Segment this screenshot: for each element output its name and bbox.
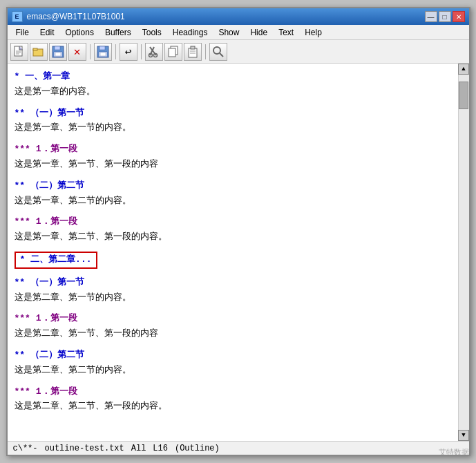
text-line: *** 1．第一段 [15, 312, 451, 326]
save-button[interactable] [49, 43, 67, 61]
svg-rect-21 [191, 46, 195, 49]
text-line: ** （一）第一节 [15, 276, 451, 290]
menu-hide[interactable]: Hide [245, 26, 273, 39]
paste-button[interactable] [184, 43, 202, 61]
text-line [15, 100, 451, 106]
text-line [15, 379, 451, 384]
status-bar: c\**- outline-test.txt All L16 (Outline) [8, 441, 469, 455]
content-area[interactable]: * 一、第一章这是第一章的内容。 ** （一）第一节这是第一章、第一节的内容。 … [8, 64, 458, 441]
scroll-down-button[interactable]: ▼ [458, 430, 469, 441]
menu-headings[interactable]: Headings [167, 26, 213, 39]
text-line: ** （二）第二节 [15, 179, 451, 193]
watermark: 艾特数据 [439, 447, 469, 457]
separator-2 [115, 44, 116, 59]
scroll-up-button[interactable]: ▲ [458, 64, 469, 75]
svg-rect-7 [55, 46, 60, 50]
text-line [15, 136, 451, 142]
editor-area: * 一、第一章这是第一章的内容。 ** （一）第一节这是第一章、第一节的内容。 … [8, 64, 469, 441]
status-mode: c\**- [13, 444, 38, 453]
status-extra: (Outline) [175, 444, 220, 453]
text-line: ** （一）第一节 [15, 106, 451, 121]
text-line: 这是第一章、第二节、第一段的内容。 [15, 230, 451, 245]
svg-rect-9 [55, 53, 61, 56]
text-line: * 二、第二章... [15, 252, 451, 269]
status-position: L16 [153, 444, 168, 453]
app-icon: E [12, 11, 23, 22]
main-window: E emacs@WB1T1L07B1001 — □ ✕ File Edit Op… [6, 7, 470, 456]
separator-3 [141, 44, 142, 59]
text-line: *** 1．第一段 [15, 215, 451, 229]
svg-rect-13 [100, 53, 106, 56]
new-file-button[interactable] [10, 43, 28, 61]
menu-tools[interactable]: Tools [137, 26, 167, 39]
menu-help[interactable]: Help [299, 26, 327, 39]
text-line [15, 209, 451, 214]
window-title: emacs@WB1T1L07B1001 [27, 12, 125, 21]
status-filename: outline-test.txt [45, 444, 124, 453]
copy-button[interactable] [164, 43, 182, 61]
close-button[interactable]: ✕ [453, 11, 465, 22]
svg-rect-5 [33, 48, 37, 50]
menu-buffers[interactable]: Buffers [99, 26, 137, 39]
text-line: ** （二）第二节 [15, 348, 451, 363]
text-line [15, 245, 451, 251]
save-copy-button[interactable] [94, 43, 112, 61]
text-line: 这是第二章、第二节、第一段的内容。 [15, 399, 451, 414]
text-line: 这是第二章、第二节的内容。 [15, 363, 451, 378]
title-controls: — □ ✕ [425, 11, 465, 22]
text-line: *** 1．第一段 [15, 385, 451, 399]
minimize-button[interactable]: — [425, 11, 437, 22]
text-line [15, 305, 451, 311]
scrollbar-thumb[interactable] [459, 82, 468, 109]
title-bar: E emacs@WB1T1L07B1001 — □ ✕ [8, 8, 469, 25]
maximize-button[interactable]: □ [439, 11, 451, 22]
menu-options[interactable]: Options [60, 26, 99, 39]
open-file-button[interactable] [30, 43, 48, 61]
status-range: All [131, 444, 146, 453]
menu-edit[interactable]: Edit [35, 26, 60, 39]
svg-point-24 [213, 47, 220, 54]
svg-rect-19 [169, 48, 175, 57]
close-doc-button[interactable]: ✕ [68, 43, 86, 61]
menu-text[interactable]: Text [273, 26, 299, 39]
svg-line-25 [220, 53, 223, 57]
separator-4 [205, 44, 206, 59]
undo-button[interactable]: ↩ [120, 43, 137, 61]
scrollbar-track[interactable] [459, 75, 468, 430]
text-line: * 一、第一章 [15, 70, 451, 84]
separator-1 [90, 44, 91, 59]
menu-bar: File Edit Options Buffers Tools Headings… [8, 25, 469, 40]
menu-file[interactable]: File [10, 26, 35, 39]
search-button[interactable] [209, 43, 227, 61]
text-line: 这是第一章的内容。 [15, 85, 451, 100]
toolbar: ✕ ↩ [8, 40, 469, 64]
svg-rect-11 [99, 46, 105, 50]
text-line: 这是第一章、第一节的内容。 [15, 121, 451, 135]
text-line [15, 270, 451, 275]
text-line: 这是第二章、第一节的内容。 [15, 291, 451, 305]
title-bar-left: E emacs@WB1T1L07B1001 [12, 11, 125, 22]
text-line: 这是第一章、第二节的内容。 [15, 194, 451, 209]
text-line: 这是第一章、第一节、第一段的内容 [15, 158, 451, 172]
text-line [15, 173, 451, 178]
text-line: 这是第二章、第一节、第一段的内容 [15, 327, 451, 341]
scrollbar: ▲ ▼ [458, 64, 469, 441]
text-line [15, 342, 451, 348]
cut-button[interactable] [145, 43, 163, 61]
text-line: *** 1．第一段 [15, 142, 451, 157]
menu-show[interactable]: Show [213, 26, 245, 39]
